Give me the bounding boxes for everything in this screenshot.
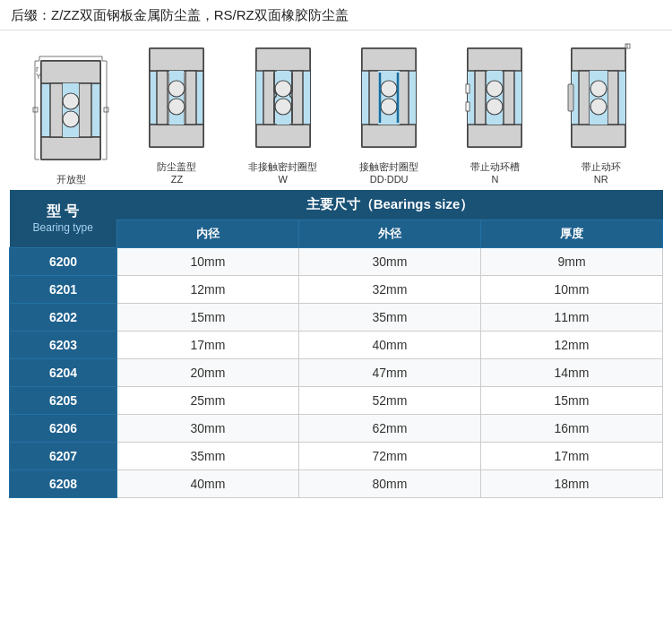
table-row: 620215mm35mm11mm [10,303,663,331]
inner-diameter-cell: 12mm [117,275,299,303]
svg-rect-16 [50,83,63,137]
bearing-w: 非接触密封圈型W [234,39,332,186]
type-cell: 6201 [10,275,117,303]
thickness-cell: 17mm [481,442,663,469]
bearings-table: 型 号 Bearing type 主要尺寸（Bearings size） 内径 … [9,190,663,498]
svg-rect-17 [79,83,91,137]
svg-rect-64 [466,102,470,111]
type-cell: 6203 [10,331,117,358]
thickness-cell: 16mm [481,414,663,442]
inner-diameter-cell: 10mm [117,247,299,275]
table-row: 620630mm62mm16mm [10,414,663,442]
svg-point-66 [487,81,503,97]
table-row: 620525mm52mm15mm [10,386,663,414]
svg-rect-40 [256,125,310,147]
table-header-main: 型 号 Bearing type 主要尺寸（Bearings size） [10,190,663,220]
col-type-header: 型 号 Bearing type [10,190,117,248]
col-type-en: Bearing type [13,221,114,234]
outer-diameter-cell: 32mm [299,275,481,303]
table-row: 620420mm47mm14mm [10,358,663,386]
type-cell: 6200 [10,247,117,275]
svg-rect-22 [104,108,108,112]
outer-diameter-cell: 52mm [299,386,481,414]
table-row: 620840mm80mm18mm [10,469,663,497]
svg-point-35 [168,81,185,97]
bearing-n-svg [459,39,530,156]
svg-rect-77 [590,71,607,125]
svg-point-78 [590,81,607,97]
zz-type-label: 防尘盖型ZZ [157,160,196,186]
outer-diameter-cell: 35mm [299,303,481,331]
type-cell: 6204 [10,358,117,386]
n-type-label: 带止动环槽N [470,160,520,186]
svg-point-53 [381,81,397,97]
thickness-cell: 18mm [481,469,663,497]
outer-diameter-cell: 40mm [299,331,481,358]
col-inner-header: 内径 [117,220,299,247]
svg-rect-32 [168,73,169,123]
col-type-zh: 型 号 [13,202,114,221]
svg-rect-61 [475,71,486,125]
svg-rect-43 [277,71,289,125]
w-type-label: 非接触密封圈型W [248,160,317,186]
bearings-table-wrapper: 型 号 Bearing type 主要尺寸（Bearings size） 内径 … [9,190,663,498]
thickness-cell: 15mm [481,386,663,414]
type-cell: 6205 [10,386,117,414]
bearing-zz-svg [141,39,212,156]
bearing-nr-svg [558,39,643,156]
outer-diameter-cell: 30mm [299,247,481,275]
svg-point-67 [487,99,503,115]
svg-rect-21 [33,108,38,112]
type-cell: 6202 [10,303,117,331]
nr-type-label: 带止动环NR [582,160,621,186]
svg-rect-14 [41,61,100,83]
svg-rect-15 [41,137,100,159]
outer-diameter-cell: 80mm [299,469,481,497]
thickness-cell: 14mm [481,358,663,386]
svg-rect-30 [157,71,168,125]
svg-point-54 [381,99,397,115]
inner-diameter-cell: 35mm [117,442,299,469]
bearing-zz: 防尘盖型ZZ [127,39,226,186]
svg-point-36 [168,99,185,115]
svg-rect-49 [362,125,416,147]
svg-rect-59 [468,48,521,71]
open-type-label: 开放型 [56,173,86,185]
type-cell: 6208 [10,469,117,497]
svg-rect-18 [63,83,79,137]
inner-diameter-cell: 20mm [117,358,299,386]
table-row: 620317mm40mm12mm [10,331,663,358]
svg-rect-74 [568,84,573,111]
thickness-cell: 11mm [481,303,663,331]
svg-rect-48 [362,48,416,71]
header-description: 后缀：Z/ZZ双面钢板金属防尘盖，RS/RZ双面橡胶防尘盖 [0,0,672,30]
inner-diameter-cell: 17mm [117,331,299,358]
svg-rect-62 [504,71,514,125]
svg-rect-28 [150,48,203,71]
bearing-dd: 接触密封圈型DD·DDU [340,39,438,186]
svg-point-44 [275,81,291,97]
svg-rect-72 [579,71,590,125]
svg-rect-65 [487,71,502,125]
svg-rect-73 [607,71,618,125]
svg-rect-63 [466,84,470,93]
thickness-cell: 10mm [481,275,663,303]
svg-rect-39 [256,48,310,71]
type-cell: 6206 [10,414,117,442]
svg-rect-70 [572,48,625,71]
inner-diameter-cell: 40mm [117,469,299,497]
thickness-cell: 9mm [481,247,663,275]
inner-diameter-cell: 25mm [117,386,299,414]
bearing-open-svg: Y r [30,52,111,168]
svg-rect-42 [292,71,303,125]
bearing-n: 带止动环槽N [445,39,544,186]
table-row: 620010mm30mm9mm [10,247,663,275]
type-cell: 6207 [10,442,117,469]
col-main-size-header: 主要尺寸（Bearings size） [117,190,663,220]
svg-rect-60 [468,125,521,147]
thickness-cell: 12mm [481,331,663,358]
bearing-nr: 带止动环NR [552,39,650,186]
inner-diameter-cell: 30mm [117,414,299,442]
svg-rect-41 [263,71,274,125]
svg-rect-29 [150,125,203,147]
